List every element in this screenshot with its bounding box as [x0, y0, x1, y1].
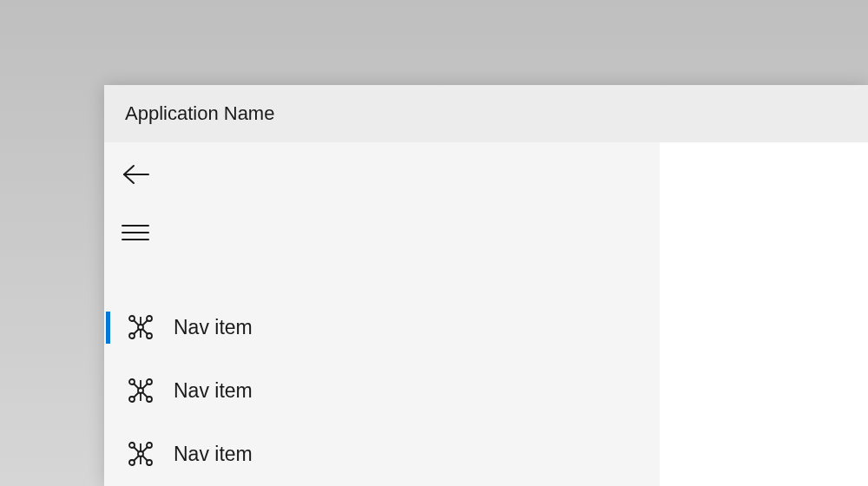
selection-indicator — [106, 312, 110, 344]
nav-item-label: Nav item — [174, 379, 660, 403]
svg-point-11 — [147, 333, 152, 338]
back-arrow-icon — [122, 164, 151, 185]
svg-point-26 — [129, 460, 135, 465]
nav-item-2[interactable]: Nav item — [104, 359, 660, 423]
nav-item-label: Nav item — [174, 443, 660, 466]
svg-point-9 — [138, 325, 143, 330]
menu-button[interactable] — [104, 207, 660, 257]
navigation-pane: Nav item Nav item — [104, 142, 660, 486]
title-bar: Application Name — [104, 85, 868, 142]
svg-point-25 — [138, 451, 143, 456]
nav-item-label: Nav item — [174, 316, 660, 339]
svg-point-17 — [138, 388, 143, 393]
svg-point-7 — [129, 316, 135, 321]
svg-point-15 — [129, 379, 135, 384]
svg-point-10 — [129, 333, 135, 338]
svg-point-8 — [147, 316, 152, 321]
graph-icon — [125, 441, 156, 467]
back-button[interactable] — [104, 149, 660, 200]
svg-point-18 — [129, 397, 135, 402]
svg-point-24 — [147, 443, 152, 448]
application-window: Application Name — [104, 85, 868, 486]
svg-point-23 — [129, 443, 135, 448]
graph-icon — [125, 314, 156, 340]
svg-point-16 — [147, 379, 152, 384]
nav-item-1[interactable]: Nav item — [104, 296, 660, 359]
svg-point-19 — [147, 397, 152, 402]
nav-spacer — [104, 258, 660, 296]
svg-point-27 — [147, 460, 152, 465]
nav-item-3[interactable]: Nav item — [104, 423, 660, 486]
window-body: Nav item Nav item — [104, 142, 868, 486]
content-area — [660, 142, 868, 486]
hamburger-icon — [122, 224, 149, 241]
window-title: Application Name — [125, 102, 274, 125]
graph-icon — [125, 378, 156, 404]
